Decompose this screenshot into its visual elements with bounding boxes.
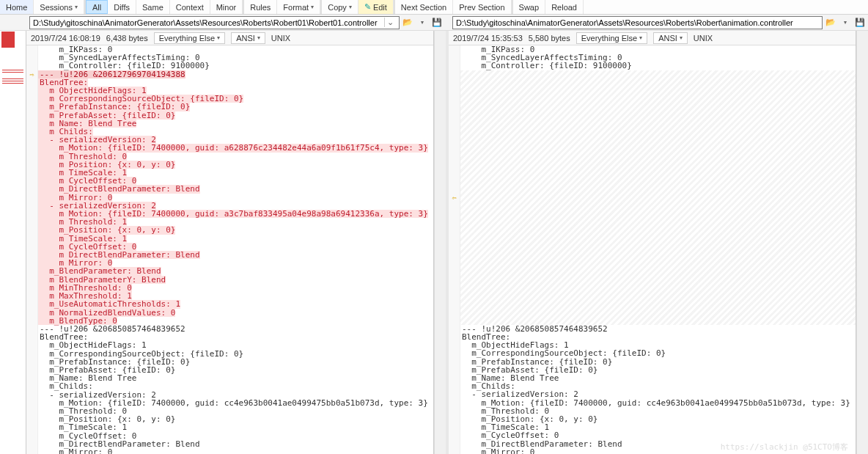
watermark: https://slackjin @51CTO博客 xyxy=(721,443,848,451)
all-button[interactable]: All xyxy=(86,0,108,14)
right-scrollbar[interactable] xyxy=(856,31,868,454)
code-line: m_DirectBlendParameter: Blend xyxy=(26,185,433,193)
chevron-down-icon[interactable]: ⌄ xyxy=(384,18,396,27)
save-right-icon[interactable]: 💾 xyxy=(853,16,867,29)
open-folder-right-icon[interactable]: 📂 xyxy=(824,16,837,29)
left-path-input[interactable]: D:\Study\gitoschina\AnimatorGenerator\As… xyxy=(29,16,400,29)
right-encoding-dropdown[interactable]: Everything Else▾ xyxy=(576,32,647,44)
path-bar: D:\Study\gitoschina\AnimatorGenerator\As… xyxy=(0,15,868,31)
right-size: 5,580 bytes xyxy=(529,34,570,43)
code-line: m_Mirror: 0 xyxy=(26,448,433,454)
dropdown-right-icon[interactable]: ▾ xyxy=(839,16,852,29)
code-line: - serializedVersion: 2 xyxy=(449,390,856,398)
format-button[interactable]: Format▾ xyxy=(277,0,320,14)
main-area: 2019/7/24 16:08:19 6,438 bytes Everythin… xyxy=(0,31,868,454)
right-path-input[interactable]: D:\Study\gitoschina\AnimatorGenerator\As… xyxy=(452,16,823,29)
code-line: m_TimeScale: 1 xyxy=(26,423,433,431)
sessions-button[interactable]: Sessions▾ xyxy=(34,0,84,14)
code-line: m_CycleOffset: 0 xyxy=(449,431,856,439)
overview-strip[interactable] xyxy=(0,31,26,454)
left-charset-dropdown[interactable]: ANSI▾ xyxy=(231,32,265,44)
right-panel: 2019/7/24 15:35:53 5,580 bytes Everythin… xyxy=(449,31,856,454)
left-size: 6,438 bytes xyxy=(106,34,148,43)
code-line: m_PrefabInstance: {fileID: 0} xyxy=(26,103,433,111)
context-button[interactable]: Context xyxy=(170,0,210,14)
copy-button[interactable]: Copy▾ xyxy=(322,0,358,14)
empty-diff-region: ⇦ xyxy=(449,70,856,325)
left-date: 2019/7/24 16:08:19 xyxy=(31,34,100,43)
diff-marker-icon: ⇨ xyxy=(29,70,34,78)
dropdown-left-icon[interactable]: ▾ xyxy=(416,16,429,29)
swap-button[interactable]: Swap xyxy=(513,0,546,14)
diff-marker-icon: ⇦ xyxy=(452,194,456,202)
minor-button[interactable]: Minor xyxy=(210,0,243,14)
diffs-button[interactable]: Diffs xyxy=(108,0,136,14)
code-line: m_Controller: {fileID: 9100000} xyxy=(449,62,856,70)
right-eol: UNIX xyxy=(694,34,713,43)
main-toolbar: Home Sessions▾ All Diffs Same Context Mi… xyxy=(0,0,868,15)
left-panel: 2019/7/24 16:08:19 6,438 bytes Everythin… xyxy=(26,31,434,454)
same-button[interactable]: Same xyxy=(136,0,170,14)
left-info-bar: 2019/7/24 16:08:19 6,438 bytes Everythin… xyxy=(26,31,433,45)
code-line: m_BlendParameter: Blend xyxy=(26,267,433,275)
open-folder-left-icon[interactable]: 📂 xyxy=(401,16,414,29)
code-line: m_Position: {x: 0, y: 0} xyxy=(26,226,433,234)
left-encoding-dropdown[interactable]: Everything Else▾ xyxy=(154,32,225,44)
next-section-button[interactable]: Next Section xyxy=(395,0,453,14)
code-line: m_Motion: {fileID: 7400000, guid: a62887… xyxy=(26,144,433,152)
home-button[interactable]: Home xyxy=(0,0,34,14)
prev-section-button[interactable]: Prev Section xyxy=(453,0,511,14)
code-line: m_CorrespondingSourceObject: {fileID: 0} xyxy=(449,349,856,357)
right-code-view[interactable]: m_IKPass: 0 m_SyncedLayerAffectsTiming: … xyxy=(449,45,856,454)
save-left-icon[interactable]: 💾 xyxy=(430,16,444,29)
code-line: m_UseAutomaticThresholds: 1 xyxy=(26,300,433,308)
code-line: m_ObjectHideFlags: 1 xyxy=(26,341,433,349)
code-line: m_Childs: xyxy=(26,382,433,390)
left-eol: UNIX xyxy=(271,34,290,43)
left-scrollbar[interactable] xyxy=(434,31,446,454)
right-info-bar: 2019/7/24 15:35:53 5,580 bytes Everythin… xyxy=(449,31,856,45)
edit-button[interactable]: ✎Edit xyxy=(358,0,394,14)
right-date: 2019/7/24 15:35:53 xyxy=(453,34,523,43)
rules-button[interactable]: Rules xyxy=(244,0,277,14)
reload-button[interactable]: Reload xyxy=(545,0,584,14)
right-charset-dropdown[interactable]: ANSI▾ xyxy=(653,32,688,44)
code-line: m_Controller: {fileID: 9100000} xyxy=(26,62,433,70)
left-code-view[interactable]: m_IKPass: 0 m_SyncedLayerAffectsTiming: … xyxy=(26,45,433,454)
